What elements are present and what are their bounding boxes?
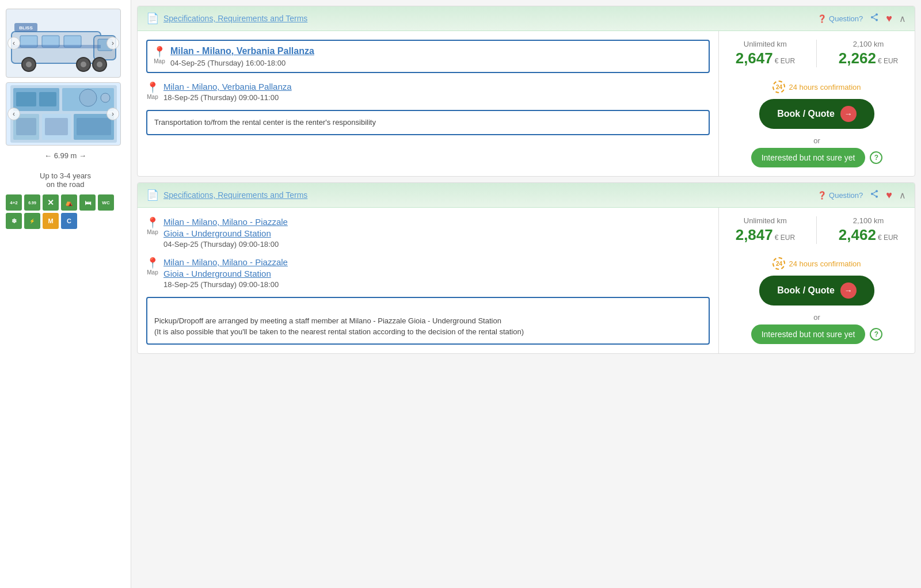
pickup-link-2-line1[interactable]: Milan - Milano, Milano - Piazzale Gioia … [163,216,288,239]
question-btn-2[interactable]: ❓ Question? [817,191,863,200]
book-button-2[interactable]: Book / Quote → [759,276,874,306]
vehicle-image-next[interactable]: › [106,37,119,49]
svg-point-33 [876,190,878,192]
pickup-details-2: Milan - Milano, Milano - Piazzale Gioia … [163,216,288,249]
main-content: 📄 Specifications, Requirements and Terms… [131,0,921,588]
price-divider-1 [816,40,817,67]
price-limited-1: 2,100 km 2,262 € EUR [839,40,898,67]
vehicle-image: ‹ [6,9,121,78]
pickup-location-2: 📍 Map Milan - Milano, Milano - Piazzale … [146,216,710,249]
map-label-pickup-2: Map [147,229,158,235]
svg-point-9 [81,62,86,67]
svg-line-36 [873,194,876,196]
specs-link-1[interactable]: Specifications, Requirements and Terms [163,14,307,23]
svg-point-29 [871,16,873,18]
svg-line-37 [873,192,876,193]
icon-tent: ⛺ [61,194,77,211]
card-left-2: 📍 Map Milan - Milano, Milano - Piazzale … [138,208,719,353]
interested-button-2[interactable]: Interested but not sure yet [751,324,866,344]
svg-rect-21 [16,92,36,106]
interested-wrapper-2: Interested but not sure yet ? [751,324,883,344]
icon-category: C [61,213,77,229]
book-button-1[interactable]: Book / Quote → [759,99,874,129]
svg-point-11 [97,62,102,67]
dropoff-link-2[interactable]: Milan - Milano, Milano - Piazzale Gioia … [163,257,288,279]
pickup-link-1[interactable]: Milan - Milano, Verbania Pallanza [170,45,314,58]
heart-icon-2[interactable]: ♥ [886,189,892,201]
confirmation-badge-1: 24 24 hours confirmation [772,81,861,93]
interested-wrapper-1: Interested but not sure yet ? [751,148,883,167]
pricing-section-2: Unlimited km 2,847 € EUR 2,100 km [728,216,906,249]
chevron-icon-1[interactable]: ∧ [899,13,906,24]
specs-link-2[interactable]: Specifications, Requirements and Terms [163,190,307,200]
floorplan-image: ‹ › [6,82,121,146]
dropoff-details-1: Milan - Milano, Verbania Pallanza 18-Sep… [163,81,292,102]
pricing-section-1: Unlimited km 2,647 € EUR 2,100 km [728,40,906,72]
floorplan-next[interactable]: › [106,108,119,120]
price-limited-2: 2,100 km 2,462 € EUR [839,216,898,244]
doc-icon-2: 📄 [146,189,159,201]
card-header-left-1: 📄 Specifications, Requirements and Terms [146,12,307,25]
doc-icon-1: 📄 [146,12,159,25]
interested-help-icon-2[interactable]: ? [870,328,882,341]
share-icon-1[interactable] [870,13,879,24]
dropoff-date-1: 18-Sep-25 (Thursday) 09:00-11:00 [163,93,292,102]
map-label-dropoff-1: Map [147,94,158,100]
dropoff-location-2: 📍 Map Milan - Milano, Milano - Piazzale … [146,257,710,289]
note-box-2: Pickup/Dropoff are arranged by meeting a… [146,297,710,345]
icon-wc: WC [98,194,114,211]
pickup-location-1: 📍 Map Milan - Milano, Verbania Pallanza … [146,40,710,73]
interested-help-icon-1[interactable]: ? [870,151,882,164]
icon-size: 6.99 [24,194,40,211]
map-label-pickup-1: Map [154,58,165,64]
card-header-2: 📄 Specifications, Requirements and Terms… [138,183,915,208]
chevron-icon-2[interactable]: ∧ [899,190,906,201]
svg-rect-27 [77,118,111,135]
confirmation-badge-2: 24 24 hours confirmation [772,257,861,270]
book-arrow-icon-1: → [840,106,857,122]
vehicle-age: Up to 3-4 years on the road [6,163,125,189]
svg-point-35 [876,196,878,198]
card-body-1: 📍 Map Milan - Milano, Verbania Pallanza … [138,31,915,176]
svg-point-7 [26,62,32,67]
svg-rect-12 [12,45,101,48]
listing-card-1: 📄 Specifications, Requirements and Terms… [137,6,915,177]
icon-manual: M [43,213,59,229]
dropoff-date-2: 18-Sep-25 (Thursday) 09:00-18:00 [163,280,288,289]
card-header-right-1: ❓ Question? ♥ ∧ [817,13,906,25]
icon-cross: ✕ [43,194,59,211]
svg-point-30 [876,19,878,21]
dropoff-details-2: Milan - Milano, Milano - Piazzale Gioia … [163,257,288,289]
dropoff-link-1[interactable]: Milan - Milano, Verbania Pallanza [163,81,292,93]
floorplan-illustration [10,85,117,143]
floorplan-prev[interactable]: ‹ [7,108,20,120]
svg-line-32 [873,15,876,17]
svg-point-23 [79,89,97,106]
question-btn-1[interactable]: ❓ Question? [817,14,863,23]
card-header-left-2: 📄 Specifications, Requirements and Terms [146,189,307,201]
svg-point-28 [876,13,878,16]
icon-power: ⚡ [24,213,40,229]
card-body-2: 📍 Map Milan - Milano, Milano - Piazzale … [138,208,915,353]
icon-bed: 🛏 [79,194,96,211]
or-text-1: or [813,136,820,145]
share-icon-2[interactable] [870,189,879,201]
pickup-details-1: Milan - Milano, Verbania Pallanza 04-Sep… [170,45,314,67]
card-left-1: 📍 Map Milan - Milano, Verbania Pallanza … [138,31,719,176]
card-header-right-2: ❓ Question? ♥ ∧ [817,189,906,201]
sidebar: ‹ [0,0,131,588]
pickup-date-1: 04-Sep-25 (Thursday) 16:00-18:00 [170,59,314,67]
card-header-1: 📄 Specifications, Requirements and Terms… [138,6,915,31]
question-icon-1: ❓ [817,14,827,23]
dropoff-location-1: 📍 Map Milan - Milano, Verbania Pallanza … [146,81,710,102]
feature-icons: 4+2 6.99 ✕ ⛺ 🛏 WC ❄ ⚡ M C [6,194,125,229]
question-icon-2: ❓ [817,191,827,200]
map-label-dropoff-2: Map [147,269,158,276]
icon-ac: ❄ [6,213,22,229]
pin-icon-dropoff-1: 📍 [146,81,159,94]
vehicle-image-prev[interactable]: ‹ [7,37,20,49]
svg-point-24 [101,93,110,102]
badge-24h-icon-2: 24 [772,257,785,270]
heart-icon-1[interactable]: ♥ [886,13,892,25]
interested-button-1[interactable]: Interested but not sure yet [751,148,866,167]
